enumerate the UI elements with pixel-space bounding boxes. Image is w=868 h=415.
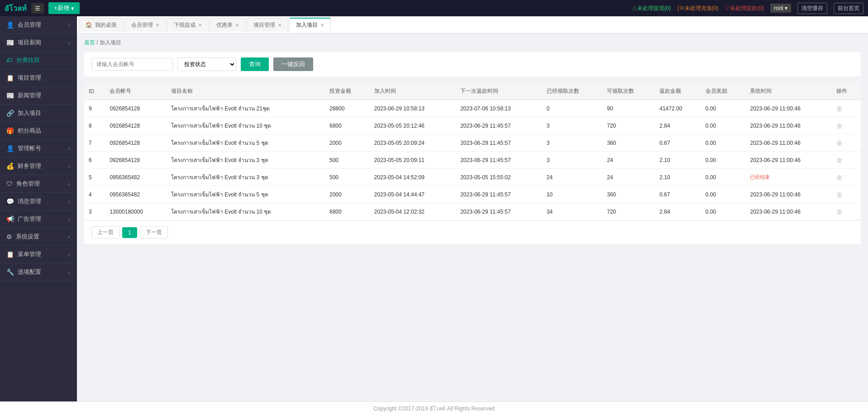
cell-next-return: 2023-05-05 15:55:02	[456, 169, 542, 186]
delete-row-button[interactable]: 🗑	[836, 208, 843, 215]
delete-row-button[interactable]: 🗑	[836, 105, 843, 112]
sidebar-item-news-management[interactable]: 📰 新闻管理	[0, 87, 77, 105]
cell-return-amount: 0.67	[655, 134, 701, 152]
query-button[interactable]: 查询	[241, 57, 269, 71]
cell-action: 🗑	[832, 100, 861, 117]
cell-return-amount: 2.10	[655, 152, 701, 169]
prev-page-button[interactable]: 上一页	[91, 226, 119, 239]
tab-close-icon[interactable]: ✕	[278, 23, 281, 28]
cell-available: 24	[602, 152, 655, 169]
member-account-input[interactable]	[91, 58, 173, 71]
cell-received: 34	[542, 203, 602, 220]
col-bonus: 会员奖励	[701, 83, 746, 100]
delete-row-button[interactable]: 🗑	[836, 191, 843, 198]
unprocessed-withdrawal-link[interactable]: △未处理提现(0)	[632, 5, 671, 12]
data-table-container: ID 会员帐号 项目名称 投资金额 加入时间 下一次返款时间 已经领取次数 可领…	[84, 83, 861, 244]
sidebar-item-role-management[interactable]: 🛡 角色管理 ∧	[0, 175, 77, 193]
cell-account: 0926854128	[105, 117, 166, 134]
sidebar-label: 会员管理	[18, 21, 41, 29]
tab-close-icon[interactable]: ✕	[235, 23, 239, 28]
sidebar-item-points-goods[interactable]: 🎁 积分商品	[0, 122, 77, 140]
tab-coupon[interactable]: 优惠券 ✕	[210, 18, 246, 32]
page-content: 首页 / 加入项目 投资状态 进行中 已结束 查询 一键反回	[77, 33, 868, 401]
sidebar-label: 选项配置	[18, 268, 41, 276]
tab-downline-commission[interactable]: 下线提成 ✕	[167, 18, 209, 32]
page-1-button[interactable]: 1	[122, 227, 137, 238]
tab-project-management[interactable]: 项目管理 ✕	[247, 18, 288, 32]
sidebar-item-system-settings[interactable]: ⚙ 系统设置 ∧	[0, 228, 77, 246]
cell-bonus: 0.00	[701, 100, 746, 117]
next-page-button[interactable]: 下一页	[140, 226, 168, 239]
sidebar-item-ad-management[interactable]: 📢 广告管理 ∧	[0, 210, 77, 228]
cell-id: 3	[84, 203, 105, 220]
cell-project: โครงการเสาเข็มไฟฟ้า Evolt จำนวน 3 ชุด	[167, 152, 325, 169]
tab-dashboard[interactable]: 🏠 我的桌面	[79, 18, 124, 32]
tab-close-icon[interactable]: ✕	[320, 23, 324, 28]
cell-next-return: 2023-06-29 11:45:57	[456, 186, 542, 203]
add-new-button[interactable]: +新增 ▾	[48, 2, 80, 14]
sidebar-item-member-management[interactable]: 👤 会员管理 ∧	[0, 16, 77, 34]
delete-row-button[interactable]: 🗑	[836, 122, 843, 129]
investment-status-select[interactable]: 投资状态 进行中 已结束	[177, 57, 236, 71]
cell-return-amount: 41472.00	[655, 100, 701, 117]
col-next-return: 下一次返款时间	[456, 83, 542, 100]
sidebar-item-project-news[interactable]: 📰 项目新闻 ∨	[0, 34, 77, 52]
sidebar-item-finance[interactable]: 💰 财务管理 ∧	[0, 157, 77, 175]
tab-join-project[interactable]: 加入项目 ✕	[289, 18, 331, 32]
table-body: 9 0926854128 โครงการเสาเข็มไฟฟ้า Evolt จ…	[84, 100, 861, 220]
delete-row-button[interactable]: 🗑	[836, 157, 843, 164]
chevron-up-icon: ∧	[67, 23, 71, 28]
sidebar-item-options-config[interactable]: 🔧 选项配置 ∧	[0, 263, 77, 281]
app-logo: อัโวลท์	[5, 3, 27, 14]
sidebar-item-category[interactable]: 🏷 分类往目	[0, 52, 77, 69]
tabs-bar: 🏠 我的桌面 会员管理 ✕ 下线提成 ✕ 优惠券 ✕ 项目管理 ✕ 加入项目 ✕	[77, 16, 868, 33]
sidebar-label: 系统设置	[16, 233, 39, 241]
cell-account: 0926854128	[105, 100, 166, 117]
frontend-home-button[interactable]: 前台首页	[834, 3, 863, 14]
cell-join-time: 2023-05-05 20:09:11	[370, 152, 456, 169]
tab-close-icon[interactable]: ✕	[156, 23, 159, 28]
breadcrumb-home-link[interactable]: 首页	[84, 39, 95, 46]
reset-button[interactable]: 一键反回	[273, 57, 313, 71]
sidebar-item-admin-account[interactable]: 👤 管理帐号 ∧	[0, 140, 77, 157]
sidebar-item-join-project[interactable]: 🔗 加入项目	[0, 105, 77, 122]
gear-icon: ⚙	[6, 233, 12, 240]
add-new-label: +新增	[54, 4, 69, 12]
tab-member-management[interactable]: 会员管理 ✕	[124, 18, 166, 32]
sidebar-item-message-management[interactable]: 💬 消息管理 ∧	[0, 193, 77, 210]
clear-cache-button[interactable]: 清空缓存	[797, 3, 827, 14]
tab-close-icon[interactable]: ✕	[198, 23, 202, 28]
col-id: ID	[84, 83, 105, 100]
cell-bonus: 0.00	[701, 152, 746, 169]
tab-label: 项目管理	[253, 21, 275, 29]
sidebar-label: 角色管理	[16, 180, 40, 188]
cell-sys-time: 已经结束	[745, 169, 832, 186]
delete-row-button[interactable]: 🗑	[836, 139, 843, 147]
breadcrumb-current: 加入项目	[100, 39, 121, 46]
user-menu-button[interactable]: root ▾	[770, 4, 791, 13]
topbar: อัโวลท์ ☰ +新增 ▾ △未处理提现(0) (※未处理充值(0) ▽未处…	[0, 0, 868, 16]
add-chevron-icon: ▾	[71, 5, 74, 12]
unhandled-withdrawal-link[interactable]: ▽未处理提款(0)	[725, 5, 764, 12]
unprocessed-recharge-link[interactable]: (※未处理充值(0)	[677, 5, 719, 12]
menu-toggle-button[interactable]: ☰	[31, 3, 44, 14]
cell-action: 🗑	[832, 169, 861, 186]
sidebar-label: 菜单管理	[18, 250, 41, 258]
delete-row-button[interactable]: 🗑	[836, 174, 843, 181]
sidebar-label: 项目管理	[18, 74, 41, 82]
cell-bonus: 0.00	[701, 186, 746, 203]
col-amount: 投资金额	[325, 83, 370, 100]
col-return-amount: 返款金额	[655, 83, 701, 100]
cell-action: 🗑	[832, 152, 861, 169]
chevron-up-icon: ∧	[67, 146, 71, 151]
cell-project: โครงการเสาเข็มไฟฟ้า Evolt จำนวน 3 ชุด	[167, 169, 325, 186]
cell-amount: 6800	[325, 203, 370, 220]
cell-next-return: 2023-06-29 11:45:57	[456, 134, 542, 152]
clipboard-icon: 📋	[6, 74, 14, 81]
sidebar-item-menu-management[interactable]: 📋 菜单管理 ∧	[0, 246, 77, 263]
table-row: 8 0926854128 โครงการเสาเข็มไฟฟ้า Evolt จ…	[84, 117, 861, 134]
tag-icon: 🏷	[6, 57, 13, 64]
col-project: 项目名称	[167, 83, 325, 100]
sidebar-label: 加入项目	[18, 109, 41, 117]
sidebar-item-project-management[interactable]: 📋 项目管理	[0, 69, 77, 87]
